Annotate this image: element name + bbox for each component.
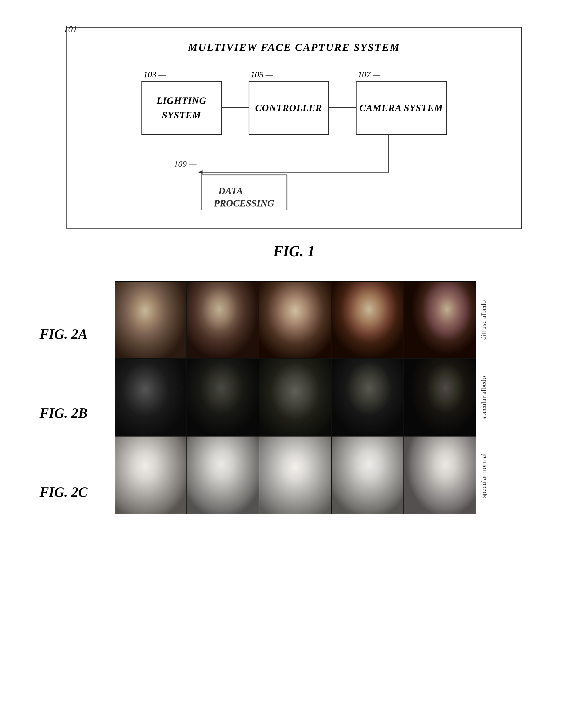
fig1-section: 101 — MULTIVIEW FACE CAPTURE SYSTEM 103 … <box>32 27 556 260</box>
face-2b-3 <box>259 359 332 437</box>
connector-cc <box>329 107 356 108</box>
face-2c-3 <box>259 437 332 514</box>
fig2c-label: FIG. 2C <box>40 452 99 532</box>
diagram-title: MULTIVIEW FACE CAPTURE SYSTEM <box>83 41 505 54</box>
fig2-image-grid: diffuse albedo specular albedo <box>115 281 549 514</box>
face-2a-5 <box>404 281 476 359</box>
fig2-section: FIG. 2A FIG. 2B FIG. 2C diffuse albedo <box>40 281 549 532</box>
face-2c-2 <box>187 437 259 514</box>
camera-block: CAMERA SYSTEM <box>356 81 447 135</box>
face-2b-1 <box>115 359 187 437</box>
svg-text:DATA: DATA <box>218 186 243 196</box>
fig2b-label: FIG. 2B <box>40 374 99 452</box>
fig2a-label: FIG. 2A <box>40 295 99 374</box>
controller-block: CONTROLLER <box>249 81 329 135</box>
face-2b-2 <box>187 359 259 437</box>
fig2-left-labels: FIG. 2A FIG. 2B FIG. 2C <box>40 281 99 532</box>
specular-albedo-label: specular albedo <box>476 359 490 437</box>
specular-normal-label: specular normal <box>476 437 490 514</box>
face-2a-4 <box>332 281 404 359</box>
ref-105-label: 105 — <box>251 70 273 80</box>
face-2b-4 <box>332 359 404 437</box>
face-2c-4 <box>332 437 404 514</box>
connectors-svg: 109 — DATA PROCESSING SYSTEM <box>83 135 507 210</box>
face-2a-1 <box>115 281 187 359</box>
face-2a-3 <box>259 281 332 359</box>
face-2b-5 <box>404 359 476 437</box>
diffuse-albedo-label: diffuse albedo <box>476 281 490 359</box>
lighting-block: LIGHTINGSYSTEM <box>142 81 222 135</box>
ref-107-label: 107 — <box>358 70 380 80</box>
fig2b-row: specular albedo <box>115 359 549 437</box>
connector-lc <box>222 107 249 108</box>
fig2c-row: specular normal <box>115 437 549 514</box>
svg-text:PROCESSING: PROCESSING <box>213 198 274 209</box>
face-2c-1 <box>115 437 187 514</box>
face-2a-2 <box>187 281 259 359</box>
fig2a-row: diffuse albedo <box>115 281 549 359</box>
svg-text:109 —: 109 — <box>174 159 197 169</box>
face-2c-5 <box>404 437 476 514</box>
ref-103-label: 103 — <box>144 70 166 80</box>
fig1-caption: FIG. 1 <box>32 242 556 260</box>
svg-marker-3 <box>198 170 203 174</box>
